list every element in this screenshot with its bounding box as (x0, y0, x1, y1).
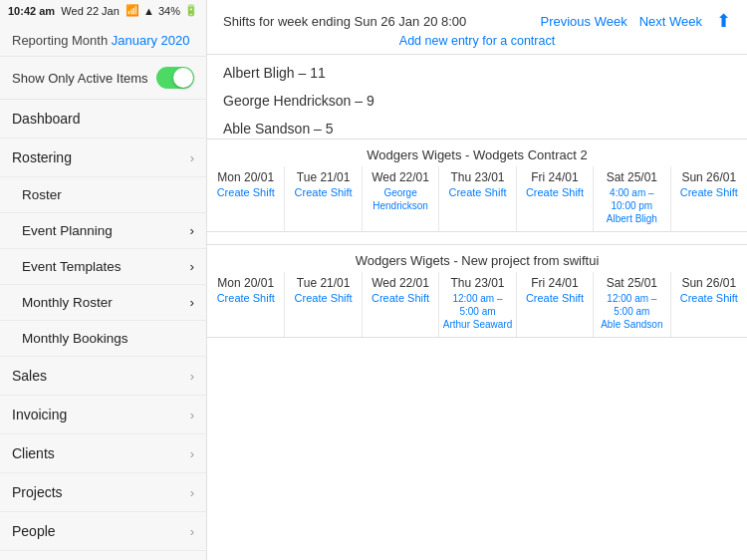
day-label: Thu 23/01 (442, 276, 512, 290)
shift-time: 12:00 am – 5:00 am (597, 292, 666, 318)
contract-title-1: Wodgers Wigets - Wodgets Contract 2 (207, 140, 747, 166)
add-entry-link[interactable]: Add new entry for a contract (223, 32, 731, 48)
schedule-day-6: Sun 26/01 Create Shift (670, 272, 747, 337)
sidebar-item-dashboard[interactable]: Dashboard (0, 100, 206, 139)
previous-week-button[interactable]: Previous Week (540, 14, 626, 29)
schedule-day-5: Sat 25/01 4:00 am – 10:00 pm Albert Blig… (593, 166, 669, 231)
employee-albert: Albert Bligh – 11 (207, 55, 747, 83)
day-label: Fri 24/01 (520, 170, 590, 184)
sidebar-item-label: Projects (12, 484, 63, 500)
sidebar-item-invoicing[interactable]: Invoicing › (0, 396, 206, 434)
schedule-block-2: Wodgers Wigets - New project from swiftu… (207, 244, 747, 338)
sidebar-item-label: Clients (12, 445, 55, 461)
sidebar-item-reports[interactable]: Reports › (0, 551, 206, 560)
day-label: Tue 21/01 (288, 276, 358, 290)
create-shift-button[interactable]: Create Shift (674, 292, 744, 304)
week-navigation: Previous Week Next Week (540, 14, 702, 29)
chevron-right-icon: › (190, 524, 194, 539)
create-shift-button[interactable]: Create Shift (288, 292, 358, 304)
day-label: Sat 25/01 (597, 170, 666, 184)
day-label: Wed 22/01 (366, 170, 435, 184)
contract-title-2: Wodgers Wigets - New project from swiftu… (207, 245, 747, 272)
create-shift-button[interactable]: Create Shift (442, 186, 512, 198)
battery-icon: 🔋 (184, 4, 198, 17)
day-label: Mon 20/01 (210, 170, 281, 184)
reporting-month-row: Reporting Month January 2020 (0, 21, 206, 57)
sidebar-subitem-monthly-roster[interactable]: Monthly Roster › (0, 285, 206, 321)
sidebar-item-clients[interactable]: Clients › (0, 434, 206, 473)
chevron-right-icon: › (190, 369, 194, 384)
create-shift-button[interactable]: Create Shift (674, 186, 744, 198)
schedule-grid-2: Mon 20/01 Create Shift Tue 21/01 Create … (207, 272, 747, 337)
employee-able: Able Sandson – 5 (207, 111, 747, 139)
main-header: Shifts for week ending Sun 26 Jan 20 8:0… (207, 0, 747, 55)
shift-person: Able Sandson (597, 318, 666, 331)
sidebar-subitem-event-planning[interactable]: Event Planning › (0, 213, 206, 249)
header-row: Shifts for week ending Sun 26 Jan 20 8:0… (223, 10, 731, 32)
schedule-day-3: Thu 23/01 Create Shift (438, 166, 515, 231)
sidebar-item-sales[interactable]: Sales › (0, 357, 206, 396)
schedule-day-0: Mon 20/01 Create Shift (207, 272, 284, 337)
chevron-right-icon: › (190, 485, 194, 500)
shift-person: Albert Bligh (597, 212, 666, 225)
sidebar-item-people[interactable]: People › (0, 512, 206, 551)
day-label: Wed 22/01 (366, 276, 435, 290)
status-date: Wed 22 Jan (61, 5, 120, 17)
sidebar-subitem-roster[interactable]: Roster (0, 177, 206, 213)
schedule-grid-1: Mon 20/01 Create Shift Tue 21/01 Create … (207, 166, 747, 231)
create-shift-button[interactable]: Create Shift (210, 186, 281, 198)
day-label: Fri 24/01 (520, 276, 590, 290)
sidebar: 10:42 am Wed 22 Jan 📶 ▲ 34% 🔋 Reporting … (0, 0, 207, 560)
chevron-right-icon: › (190, 223, 195, 238)
create-shift-button[interactable]: Create Shift (366, 292, 435, 304)
active-items-toggle[interactable] (156, 67, 194, 89)
create-shift-button[interactable]: Create Shift (210, 292, 281, 304)
status-icons: 📶 ▲ 34% 🔋 (125, 4, 198, 17)
next-week-button[interactable]: Next Week (639, 14, 702, 29)
create-shift-button[interactable]: Create Shift (520, 292, 590, 304)
shift-person: Arthur Seaward (442, 318, 512, 331)
create-shift-button[interactable]: Create Shift (288, 186, 358, 198)
schedule-day-2: Wed 22/01 Create Shift (362, 272, 438, 337)
day-label: Sun 26/01 (674, 276, 744, 290)
day-label: Sun 26/01 (674, 170, 744, 184)
day-label: Sat 25/01 (597, 276, 666, 290)
employee-george: George Hendrickson – 9 (207, 83, 747, 111)
schedule-day-5: Sat 25/01 12:00 am – 5:00 am Able Sandso… (593, 272, 669, 337)
schedule-day-6: Sun 26/01 Create Shift (670, 166, 747, 231)
status-bar: 10:42 am Wed 22 Jan 📶 ▲ 34% 🔋 (0, 0, 206, 21)
shift-time: 12:00 am – 5:00 am (442, 292, 512, 318)
toggle-knob (173, 68, 193, 88)
toggle-label: Show Only Active Items (12, 71, 148, 86)
day-label: Mon 20/01 (210, 276, 281, 290)
main-content: Shifts for week ending Sun 26 Jan 20 8:0… (207, 0, 747, 560)
schedule-day-1: Tue 21/01 Create Shift (284, 272, 361, 337)
sidebar-item-label: People (12, 523, 56, 539)
chevron-right-icon: › (190, 295, 195, 310)
sidebar-item-projects[interactable]: Projects › (0, 473, 206, 512)
chevron-right-icon: › (190, 259, 195, 274)
sidebar-item-rostering[interactable]: Rostering › (0, 139, 206, 177)
chevron-right-icon: › (190, 408, 194, 422)
schedule-day-3: Thu 23/01 12:00 am – 5:00 am Arthur Seaw… (438, 272, 515, 337)
day-label: Thu 23/01 (442, 170, 512, 184)
sidebar-item-label: Invoicing (12, 407, 67, 422)
sidebar-subitem-event-templates[interactable]: Event Templates › (0, 249, 206, 285)
chevron-right-icon: › (190, 150, 194, 165)
share-icon[interactable]: ⬆ (716, 10, 731, 32)
schedule-day-1: Tue 21/01 Create Shift (284, 166, 361, 231)
create-shift-button[interactable]: Create Shift (520, 186, 590, 198)
schedule-day-4: Fri 24/01 Create Shift (516, 166, 593, 231)
schedule-day-4: Fri 24/01 Create Shift (516, 272, 593, 337)
reporting-month-value: January 2020 (112, 33, 190, 48)
schedule-day-0: Mon 20/01 Create Shift (207, 166, 284, 231)
battery-text: 34% (158, 5, 180, 17)
reporting-label: Reporting Month (12, 33, 108, 48)
sidebar-subitem-monthly-bookings[interactable]: Monthly Bookings (0, 321, 206, 357)
sidebar-item-label: Dashboard (12, 111, 81, 127)
schedule-block-1: Wodgers Wigets - Wodgets Contract 2 Mon … (207, 139, 747, 232)
sidebar-item-label: Rostering (12, 149, 72, 165)
wifi-icon: ▲ (143, 5, 154, 17)
page-title: Shifts for week ending Sun 26 Jan 20 8:0… (223, 14, 466, 29)
day-label: Tue 21/01 (288, 170, 358, 184)
